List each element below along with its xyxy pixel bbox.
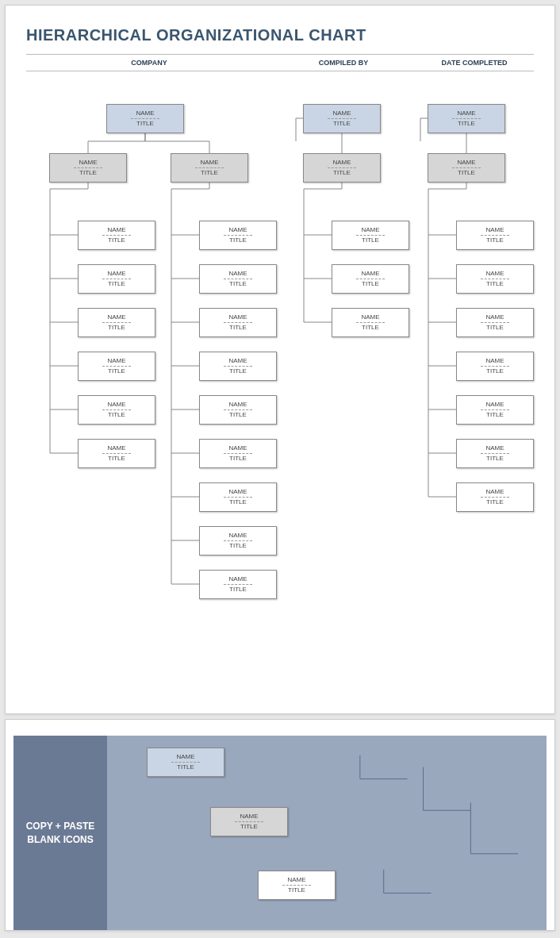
- mid-box[interactable]: NAMETITLE: [49, 153, 127, 183]
- header-company: COMPANY: [26, 59, 272, 67]
- leaf-box[interactable]: NAMETITLE: [199, 395, 277, 425]
- page-palette: COPY + PASTE BLANK ICONS NAMETITLE NAMET…: [5, 719, 555, 931]
- org-chart-canvas: NAMETITLE NAMETITLE NAMETITLE NAMETITLE …: [26, 94, 534, 693]
- leaf-box[interactable]: NAMETITLE: [332, 221, 409, 250]
- leaf-box[interactable]: NAMETITLE: [456, 482, 534, 512]
- leaf-box[interactable]: NAMETITLE: [456, 308, 534, 337]
- leaf-box[interactable]: NAMETITLE: [456, 439, 534, 468]
- leaf-box[interactable]: NAMETITLE: [78, 308, 155, 337]
- leaf-box[interactable]: NAMETITLE: [199, 221, 277, 250]
- leaf-box[interactable]: NAMETITLE: [199, 264, 277, 294]
- header-date-completed: DATE COMPLETED: [415, 59, 534, 67]
- connector-lines: [26, 94, 534, 693]
- leaf-box[interactable]: NAMETITLE: [199, 439, 277, 468]
- leaf-box[interactable]: NAMETITLE: [78, 395, 155, 425]
- header-compiled-by: COMPILED BY: [272, 59, 415, 67]
- leaf-box[interactable]: NAMETITLE: [78, 439, 155, 468]
- leaf-box[interactable]: NAMETITLE: [199, 570, 277, 599]
- mid-box[interactable]: NAMETITLE: [171, 153, 248, 183]
- leaf-box[interactable]: NAMETITLE: [199, 352, 277, 381]
- top-box-date-completed[interactable]: NAMETITLE: [428, 104, 505, 133]
- leaf-box[interactable]: NAMETITLE: [332, 308, 409, 337]
- page-chart: HIERARCHICAL ORGANIZATIONAL CHART COMPAN…: [5, 5, 555, 714]
- page-title: HIERARCHICAL ORGANIZATIONAL CHART: [26, 26, 534, 44]
- leaf-box[interactable]: NAMETITLE: [78, 264, 155, 294]
- leaf-box[interactable]: NAMETITLE: [332, 264, 409, 294]
- palette-box-white[interactable]: NAMETITLE: [258, 871, 336, 900]
- leaf-box[interactable]: NAMETITLE: [78, 221, 155, 250]
- header-row: COMPANY COMPILED BY DATE COMPLETED: [26, 54, 534, 71]
- palette-box-blue[interactable]: NAMETITLE: [147, 748, 224, 777]
- leaf-box[interactable]: NAMETITLE: [199, 482, 277, 512]
- leaf-box[interactable]: NAMETITLE: [199, 308, 277, 337]
- leaf-box[interactable]: NAMETITLE: [456, 264, 534, 294]
- leaf-box[interactable]: NAMETITLE: [456, 395, 534, 425]
- top-box-company[interactable]: NAMETITLE: [106, 104, 184, 133]
- leaf-box[interactable]: NAMETITLE: [199, 526, 277, 555]
- palette-box-grey[interactable]: NAMETITLE: [210, 807, 288, 836]
- palette-stage: NAMETITLE NAMETITLE NAMETITLE: [107, 736, 547, 930]
- top-box-compiled-by[interactable]: NAMETITLE: [303, 104, 381, 133]
- leaf-box[interactable]: NAMETITLE: [78, 352, 155, 381]
- leaf-box[interactable]: NAMETITLE: [456, 221, 534, 250]
- mid-box[interactable]: NAMETITLE: [428, 153, 505, 183]
- leaf-box[interactable]: NAMETITLE: [456, 352, 534, 381]
- mid-box[interactable]: NAMETITLE: [303, 153, 381, 183]
- palette-label: COPY + PASTE BLANK ICONS: [13, 736, 107, 930]
